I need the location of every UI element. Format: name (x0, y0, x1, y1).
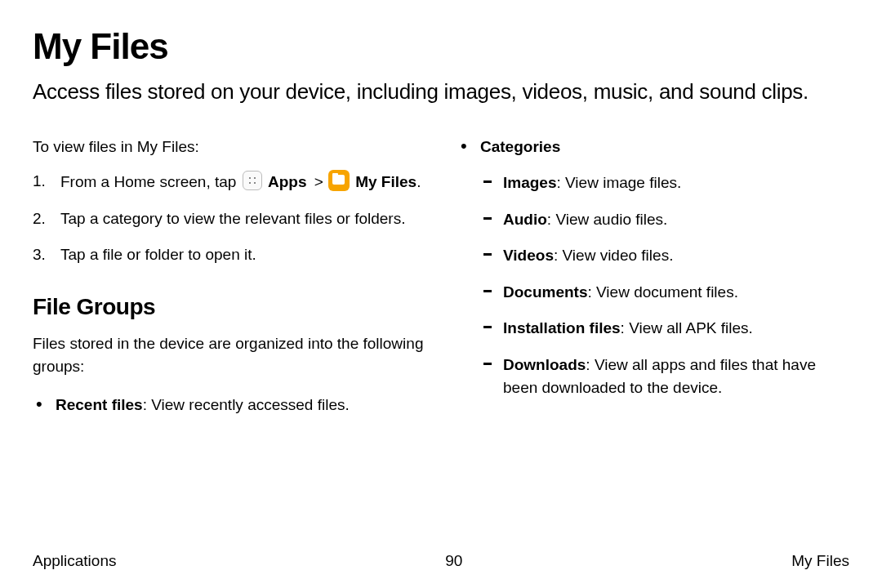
right-column: Categories Images: View image files. Aud… (457, 136, 849, 430)
apps-icon (243, 171, 262, 190)
category-audio-desc: : View audio files. (547, 211, 668, 228)
category-documents-label: Documents (503, 283, 587, 301)
categories-sublist: Images: View image files. Audio: View au… (480, 172, 849, 400)
categories-list: Categories Images: View image files. Aud… (457, 136, 849, 400)
content-columns: To view files in My Files: From a Home s… (33, 136, 849, 430)
category-audio-label: Audio (503, 211, 547, 228)
footer-right: My Files (791, 552, 849, 570)
category-downloads-label: Downloads (503, 356, 586, 373)
category-videos-label: Videos (503, 247, 554, 264)
intro-text: To view files in My Files: (33, 136, 425, 159)
section-desc: Files stored in the device are organized… (33, 332, 425, 379)
step-2: Tap a category to view the relevant file… (33, 207, 425, 231)
step-1: From a Home screen, tap Apps > My Files. (33, 170, 425, 194)
category-images: Images: View image files. (480, 172, 849, 195)
recent-files-item: Recent files: View recently accessed fil… (33, 394, 425, 417)
step-3: Tap a file or folder to open it. (33, 243, 425, 267)
footer-left: Applications (33, 552, 116, 570)
category-documents: Documents: View document files. (480, 281, 849, 305)
footer-page-number: 90 (445, 552, 462, 570)
recent-files-label: Recent files (56, 396, 143, 413)
left-column: To view files in My Files: From a Home s… (33, 136, 425, 430)
category-installation-label: Installation files (503, 319, 621, 336)
section-heading-file-groups: File Groups (33, 290, 425, 324)
step-1-end: . (416, 173, 421, 190)
category-images-desc: : View image files. (556, 174, 681, 191)
step-1-pre: From a Home screen, tap (60, 173, 241, 190)
step-1-myfiles-label: My Files (355, 173, 416, 190)
category-videos: Videos: View video files. (480, 244, 849, 268)
category-videos-desc: : View video files. (554, 247, 673, 264)
chevron-right-icon: > (314, 171, 323, 194)
category-images-label: Images (503, 174, 556, 191)
page-title: My Files (33, 26, 849, 67)
category-audio: Audio: View audio files. (480, 208, 849, 232)
page-footer: Applications 90 My Files (33, 552, 849, 570)
category-installation: Installation files: View all APK files. (480, 317, 849, 341)
page-subtitle: Access files stored on your device, incl… (33, 78, 849, 106)
categories-label: Categories (480, 138, 560, 155)
file-groups-list: Recent files: View recently accessed fil… (33, 394, 425, 417)
step-1-apps-label: Apps (268, 173, 307, 190)
categories-item: Categories Images: View image files. Aud… (457, 136, 849, 400)
category-installation-desc: : View all APK files. (621, 319, 753, 336)
category-documents-desc: : View document files. (587, 283, 737, 301)
category-downloads: Downloads: View all apps and files that … (480, 354, 849, 400)
folder-icon (328, 170, 350, 191)
recent-files-desc: : View recently accessed files. (143, 396, 350, 413)
steps-list: From a Home screen, tap Apps > My Files.… (33, 170, 425, 267)
